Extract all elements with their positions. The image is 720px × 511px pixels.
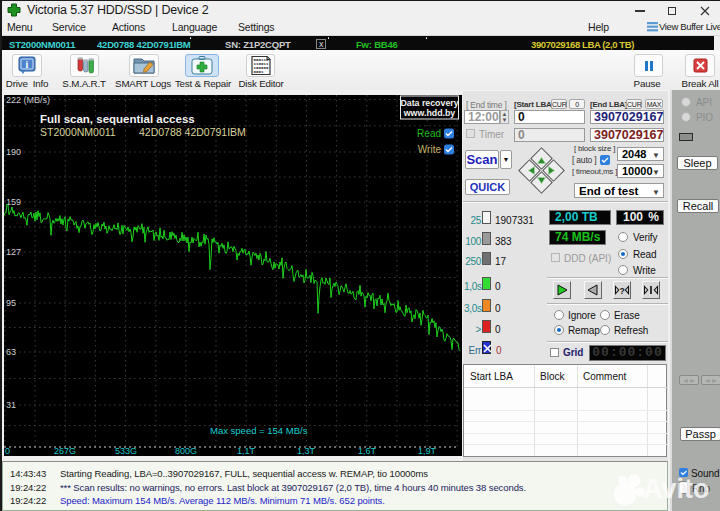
svg-text:ST2000NM0011 42D0788 42: ST2000NM0011 42D0788 42D0791IBM: [40, 126, 246, 138]
svg-text:533G: 533G: [115, 446, 137, 456]
svg-text:190: 190: [6, 147, 21, 157]
svg-text:127: 127: [6, 247, 21, 257]
svg-text:1,3T: 1,3T: [297, 446, 316, 456]
svg-text:0: 0: [5, 446, 10, 456]
svg-text:Read: Read: [417, 128, 441, 139]
svg-text:1,1T: 1,1T: [237, 446, 256, 456]
svg-text:Write: Write: [418, 144, 442, 155]
svg-text:800G: 800G: [175, 446, 197, 456]
svg-text:0001: 0001: [254, 70, 265, 74]
svg-text:95: 95: [6, 298, 16, 308]
svg-text:Data recovery: Data recovery: [400, 98, 458, 108]
svg-text:Full scan, sequential access: Full scan, sequential access: [40, 113, 195, 125]
svg-text:267G: 267G: [54, 446, 76, 456]
svg-text:Max speed = 154 MB/s: Max speed = 154 MB/s: [210, 425, 308, 436]
svg-text:63: 63: [6, 347, 16, 357]
svg-text:1,6T: 1,6T: [358, 446, 377, 456]
svg-text:31: 31: [6, 400, 16, 410]
svg-text:?: ?: [619, 286, 624, 296]
svg-text:www.hdd.by: www.hdd.by: [403, 108, 456, 118]
svg-text:222 (MB/s): 222 (MB/s): [6, 95, 50, 105]
svg-text:1,9T: 1,9T: [418, 446, 437, 456]
svg-text:i: i: [26, 59, 29, 70]
